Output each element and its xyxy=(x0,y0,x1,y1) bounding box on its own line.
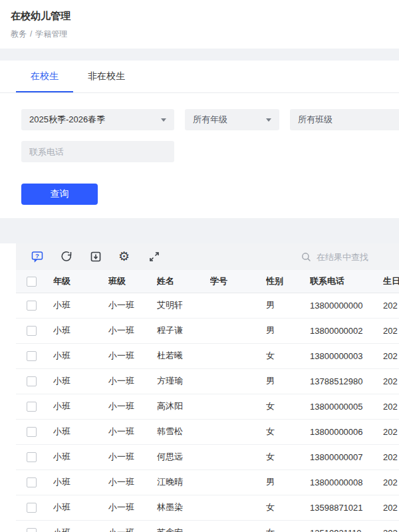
export-icon[interactable] xyxy=(89,250,102,263)
cell-grade: 小班 xyxy=(53,343,108,368)
filter-card: 在校生 非在校生 2025秋季-2026春季 所有年级 所有班级 查询 xyxy=(0,61,399,218)
phone-input[interactable] xyxy=(21,141,174,162)
cell-birthday: 202 xyxy=(383,520,399,532)
cell-grade: 小班 xyxy=(53,318,108,343)
cell-class: 小一班 xyxy=(108,293,157,318)
cell-phone: 13800000000 xyxy=(310,293,383,318)
cell-grade: 小班 xyxy=(53,495,108,520)
table-row[interactable]: 小班 小一班 杜若曦 女 13800000003 202 xyxy=(16,343,399,368)
table-body: 小班 小一班 艾明轩 男 13800000000 202 小班 小一班 程子谦 … xyxy=(16,293,399,532)
cell-gender: 女 xyxy=(266,419,310,444)
cell-birthday: 202 xyxy=(383,444,399,469)
row-checkbox[interactable] xyxy=(27,452,37,462)
expand-icon[interactable] xyxy=(148,250,161,263)
cell-name: 林墨染 xyxy=(157,495,210,520)
cell-grade: 小班 xyxy=(53,394,108,419)
row-checkbox[interactable] xyxy=(27,402,37,412)
cell-class: 小一班 xyxy=(108,419,157,444)
cell-class: 小一班 xyxy=(108,394,157,419)
col-student-id: 学号 xyxy=(210,270,266,293)
table-row[interactable]: 小班 小一班 林墨染 女 13598871021 202 xyxy=(16,495,399,520)
table-row[interactable]: 小班 小一班 苏念安 女 13510931110 202 xyxy=(16,520,399,532)
semester-select[interactable]: 2025秋季-2026春季 xyxy=(21,109,174,130)
cell-name: 高沐阳 xyxy=(157,394,210,419)
row-checkbox[interactable] xyxy=(27,477,37,487)
row-checkbox[interactable] xyxy=(27,376,37,386)
table-row[interactable]: 小班 小一班 方瑾瑜 男 13788512980 202 xyxy=(16,368,399,394)
table-row[interactable]: 小班 小一班 何思远 女 13800000007 202 xyxy=(16,444,399,469)
row-checkbox[interactable] xyxy=(27,427,37,437)
search-icon xyxy=(301,251,312,263)
cell-class: 小一班 xyxy=(108,343,157,368)
cell-birthday: 202 xyxy=(383,368,399,394)
refresh-icon[interactable] xyxy=(60,250,73,263)
page-header: 在校幼儿管理 教务/学籍管理 xyxy=(0,0,399,49)
cell-grade: 小班 xyxy=(53,444,108,469)
cell-name: 程子谦 xyxy=(157,318,210,343)
cell-grade: 小班 xyxy=(53,419,108,444)
cell-name: 艾明轩 xyxy=(157,293,210,318)
filters: 2025秋季-2026春季 所有年级 所有班级 xyxy=(0,93,399,162)
table-section: ? ⚙ xyxy=(0,243,399,532)
cell-phone: 13510931110 xyxy=(310,520,383,532)
cell-phone: 13800000006 xyxy=(310,419,383,444)
cell-class: 小一班 xyxy=(108,318,157,343)
table-toolbar: ? ⚙ xyxy=(16,243,399,270)
cell-phone: 13598871021 xyxy=(310,495,383,520)
class-select-value: 所有班级 xyxy=(298,114,332,126)
cell-gender: 女 xyxy=(266,444,310,469)
cell-phone: 13800000002 xyxy=(310,318,383,343)
students-table: 年级 班级 姓名 学号 性别 联系电话 生日 小班 小一班 艾明轩 男 1380… xyxy=(16,270,399,532)
cell-name: 何思远 xyxy=(157,444,210,469)
page-title: 在校幼儿管理 xyxy=(11,10,388,23)
cell-student-id xyxy=(210,444,266,469)
row-checkbox[interactable] xyxy=(27,503,37,513)
cell-name: 方瑾瑜 xyxy=(157,368,210,394)
row-checkbox[interactable] xyxy=(27,326,37,336)
cell-gender: 女 xyxy=(266,343,310,368)
grade-select[interactable]: 所有年级 xyxy=(185,109,279,130)
gear-icon[interactable]: ⚙ xyxy=(118,250,132,263)
table-row[interactable]: 小班 小一班 程子谦 男 13800000002 202 xyxy=(16,318,399,343)
help-icon[interactable]: ? xyxy=(31,250,44,263)
tab-enrolled[interactable]: 在校生 xyxy=(16,61,73,92)
table-row[interactable]: 小班 小一班 韩雪松 女 13800000006 202 xyxy=(16,419,399,444)
row-checkbox[interactable] xyxy=(27,351,37,361)
query-button[interactable]: 查询 xyxy=(21,184,98,205)
svg-text:?: ? xyxy=(35,252,39,259)
cell-student-id xyxy=(210,469,266,495)
cell-birthday: 202 xyxy=(383,318,399,343)
result-search-input[interactable] xyxy=(317,252,391,262)
select-all-checkbox[interactable] xyxy=(27,277,37,287)
cell-student-id xyxy=(210,318,266,343)
table-row[interactable]: 小班 小一班 高沐阳 女 13800000005 202 xyxy=(16,394,399,419)
breadcrumb-item-jiaowu[interactable]: 教务 xyxy=(11,29,27,39)
tab-not-enrolled[interactable]: 非在校生 xyxy=(73,61,140,92)
cell-phone: 13800000003 xyxy=(310,343,383,368)
breadcrumb-separator: / xyxy=(30,29,32,39)
cell-phone: 13800000007 xyxy=(310,444,383,469)
cell-phone: 13800000005 xyxy=(310,394,383,419)
cell-class: 小一班 xyxy=(108,368,157,394)
cell-student-id xyxy=(210,293,266,318)
breadcrumb-item-xueji[interactable]: 学籍管理 xyxy=(35,29,67,39)
row-checkbox[interactable] xyxy=(27,528,37,532)
table-row[interactable]: 小班 小一班 江晚晴 男 13800000008 202 xyxy=(16,469,399,495)
cell-gender: 男 xyxy=(266,368,310,394)
chevron-down-icon xyxy=(266,118,271,122)
table-header-row: 年级 班级 姓名 学号 性别 联系电话 生日 xyxy=(16,270,399,293)
grade-select-value: 所有年级 xyxy=(193,114,227,126)
cell-class: 小一班 xyxy=(108,444,157,469)
col-gender: 性别 xyxy=(266,270,310,293)
cell-name: 苏念安 xyxy=(157,520,210,532)
col-phone: 联系电话 xyxy=(310,270,383,293)
cell-birthday: 202 xyxy=(383,293,399,318)
cell-grade: 小班 xyxy=(53,293,108,318)
cell-gender: 女 xyxy=(266,394,310,419)
table-row[interactable]: 小班 小一班 艾明轩 男 13800000000 202 xyxy=(16,293,399,318)
cell-student-id xyxy=(210,495,266,520)
spacer xyxy=(0,218,399,243)
class-select[interactable]: 所有班级 xyxy=(290,109,399,130)
cell-student-id xyxy=(210,419,266,444)
row-checkbox[interactable] xyxy=(27,301,37,311)
